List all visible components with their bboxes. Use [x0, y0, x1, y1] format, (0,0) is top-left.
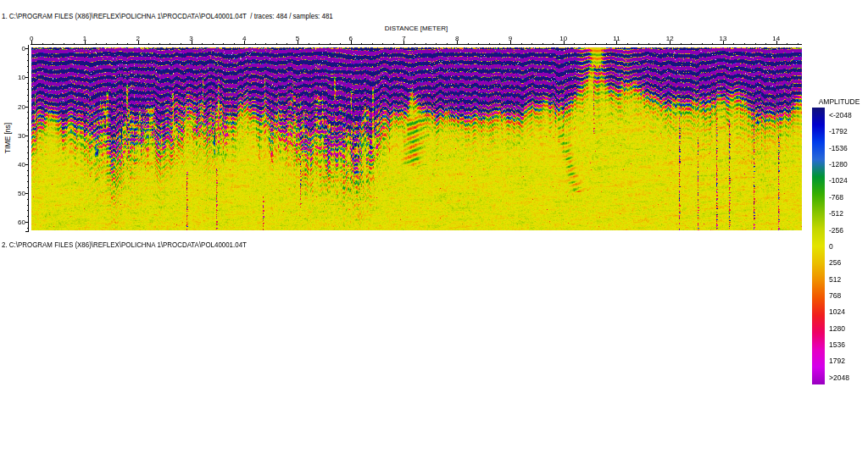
svg-text:14: 14: [772, 35, 780, 42]
svg-text:12: 12: [666, 35, 674, 42]
svg-text:10: 10: [559, 35, 567, 42]
svg-text:50: 50: [18, 190, 25, 197]
svg-text:6: 6: [349, 35, 353, 42]
svg-text:1: 1: [83, 35, 87, 42]
svg-text:2: 2: [136, 35, 141, 42]
svg-text:20: 20: [18, 103, 25, 111]
svg-text:11: 11: [613, 35, 620, 42]
svg-text:9: 9: [509, 35, 513, 42]
svg-text:10: 10: [18, 74, 25, 81]
svg-text:0: 0: [22, 45, 26, 53]
svg-text:40: 40: [18, 161, 25, 169]
svg-text:60: 60: [18, 218, 25, 226]
svg-text:3: 3: [189, 35, 193, 42]
svg-text:7: 7: [402, 35, 406, 42]
svg-text:5: 5: [296, 35, 300, 42]
svg-text:0: 0: [30, 35, 34, 42]
svg-text:4: 4: [242, 35, 247, 42]
svg-text:13: 13: [719, 35, 726, 42]
svg-text:8: 8: [455, 35, 459, 42]
svg-text:30: 30: [18, 132, 25, 140]
